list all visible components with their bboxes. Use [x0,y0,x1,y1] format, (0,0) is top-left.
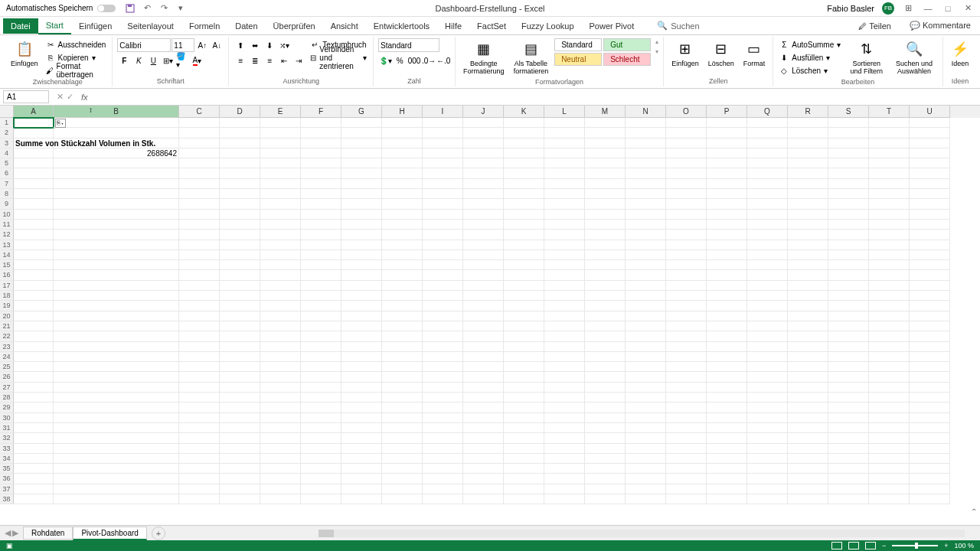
cell-H12[interactable] [382,230,423,240]
cell-H21[interactable] [382,321,423,331]
cell-N20[interactable] [626,311,666,321]
cell-T10[interactable] [869,210,910,220]
cell-M19[interactable] [585,301,626,311]
cell-U24[interactable] [910,352,950,362]
cell-L21[interactable] [544,321,585,331]
cell-R37[interactable] [788,484,828,494]
cell-H20[interactable] [382,311,423,321]
cell-L1[interactable] [544,118,585,128]
sheet-tab-pivot-dashboard[interactable]: Pivot-Dashboard [73,527,146,540]
cell-T21[interactable] [869,321,910,331]
cell-T18[interactable] [869,291,910,301]
cell-E17[interactable] [260,281,301,291]
cell-N19[interactable] [626,301,666,311]
cell-Q24[interactable] [747,352,788,362]
cell-G20[interactable] [341,311,382,321]
cell-Q37[interactable] [747,484,788,494]
cell-B12[interactable] [54,230,179,240]
cell-M14[interactable] [585,250,626,260]
cell-C9[interactable] [179,199,220,209]
cell-A12[interactable] [14,230,54,240]
cell-P22[interactable] [707,331,747,341]
cell-Q7[interactable] [747,179,788,189]
cell-C32[interactable] [179,433,220,443]
cell-A38[interactable] [14,494,54,504]
cell-D4[interactable] [220,148,260,158]
col-header-Q[interactable]: Q [747,106,788,118]
cell-R19[interactable] [788,301,828,311]
comments-button[interactable]: 💬 Kommentare [903,19,977,32]
cell-I18[interactable] [423,291,463,301]
qat-dropdown-icon[interactable]: ▾ [175,3,186,14]
cell-N2[interactable] [626,128,666,138]
cell-Q15[interactable] [747,260,788,270]
cell-T29[interactable] [869,403,910,412]
cell-G10[interactable] [341,210,382,220]
cell-R26[interactable] [788,372,828,382]
col-header-J[interactable]: J [463,106,504,118]
tab-seitenlayout[interactable]: Seitenlayout [119,18,181,34]
cell-S18[interactable] [828,291,869,301]
cell-O20[interactable] [666,311,707,321]
cell-A34[interactable] [14,454,54,464]
cell-J37[interactable] [463,484,504,494]
horizontal-scrollbar[interactable] [318,530,965,537]
normal-view-icon[interactable] [831,542,842,549]
cell-T38[interactable] [869,494,910,504]
cell-Q21[interactable] [747,321,788,331]
row-header-37[interactable]: 37 [0,484,14,494]
cell-P19[interactable] [707,301,747,311]
cell-M38[interactable] [585,494,626,504]
cell-S2[interactable] [828,128,869,138]
cell-P30[interactable] [707,413,747,423]
cell-F5[interactable] [301,158,341,168]
cell-G31[interactable] [341,423,382,433]
cell-K12[interactable] [504,230,544,240]
cell-H30[interactable] [382,413,423,423]
cell-J25[interactable] [463,362,504,372]
cell-T8[interactable] [869,189,910,199]
cell-F35[interactable] [301,464,341,474]
cell-D31[interactable] [220,423,260,433]
cell-K18[interactable] [504,291,544,301]
cell-I25[interactable] [423,362,463,372]
cell-F4[interactable] [301,148,341,158]
cell-K13[interactable] [504,240,544,250]
cell-S8[interactable] [828,189,869,199]
cell-T23[interactable] [869,342,910,352]
font-size-select[interactable] [172,38,194,52]
cell-M29[interactable] [585,403,626,412]
cell-U29[interactable] [910,403,950,412]
cell-G6[interactable] [341,168,382,178]
cell-J6[interactable] [463,168,504,178]
cell-A32[interactable] [14,433,54,443]
cell-B3[interactable] [54,139,179,148]
redo-icon[interactable]: ↷ [158,3,169,14]
cell-C24[interactable] [179,352,220,362]
cell-U3[interactable] [910,139,950,148]
cell-F29[interactable] [301,403,341,412]
cell-J20[interactable] [463,311,504,321]
cell-J1[interactable] [463,118,504,128]
cell-P38[interactable] [707,494,747,504]
clear-button[interactable]: ◇Löschen ▾ [778,64,842,77]
cell-T35[interactable] [869,464,910,474]
cell-M20[interactable] [585,311,626,321]
cell-R31[interactable] [788,423,828,433]
cell-B32[interactable] [54,433,179,443]
cell-C21[interactable] [179,321,220,331]
cell-B13[interactable] [54,240,179,250]
cell-I26[interactable] [423,372,463,382]
cell-F19[interactable] [301,301,341,311]
cell-D10[interactable] [220,210,260,220]
cell-M9[interactable] [585,199,626,209]
cell-E29[interactable] [260,403,301,412]
cell-Q3[interactable] [747,139,788,148]
cell-T22[interactable] [869,331,910,341]
cell-T26[interactable] [869,372,910,382]
cell-D14[interactable] [220,250,260,260]
cell-D18[interactable] [220,291,260,301]
cell-B38[interactable] [54,494,179,504]
cell-O21[interactable] [666,321,707,331]
cell-A4[interactable] [14,148,54,158]
